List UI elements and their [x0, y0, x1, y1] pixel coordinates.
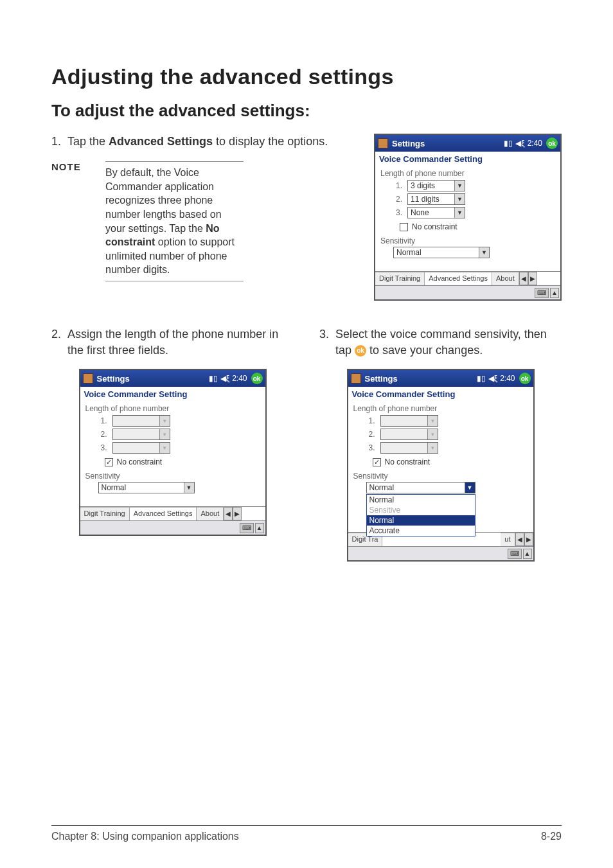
- app-icon: [351, 373, 361, 384]
- sensitivity-option-accurate[interactable]: Accurate: [367, 526, 475, 536]
- sensitivity-option-normal[interactable]: Normal: [367, 495, 475, 505]
- chevron-down-icon: ▾: [159, 416, 170, 426]
- length-select-2: ▾: [380, 429, 438, 440]
- no-constraint-checkbox[interactable]: ✓: [105, 458, 113, 466]
- sensitivity-value: Normal: [369, 483, 395, 492]
- chevron-down-icon: ▾: [427, 429, 438, 439]
- field-index-2: 2.: [393, 195, 402, 204]
- bottom-bar: ⌨ ▲: [375, 285, 560, 299]
- sound-icon: ◀ξ: [220, 375, 229, 382]
- app-icon: [378, 138, 388, 148]
- length-select-3-value: None: [411, 208, 429, 217]
- length-select-1: ▾: [112, 415, 170, 427]
- length-select-1[interactable]: 3 digits▼: [407, 180, 465, 191]
- sensitivity-dropdown-list: Normal Sensitive Normal Accurate: [366, 494, 475, 536]
- length-select-2-value: 11 digits: [411, 195, 440, 204]
- tab-digit-training[interactable]: Digit Training: [375, 272, 425, 285]
- tab-bar: Digit Training Advanced Settings About ◀…: [375, 271, 560, 285]
- keyboard-icon[interactable]: ⌨: [535, 288, 549, 298]
- tab-scroll-right[interactable]: ▶: [524, 533, 533, 546]
- length-label: Length of phone number: [353, 404, 528, 413]
- page-title: Adjusting the advanced settings: [51, 64, 562, 89]
- length-select-2[interactable]: 11 digits▼: [407, 193, 465, 205]
- app-icon: [83, 373, 93, 384]
- bottom-bar: ⌨ ▲: [80, 520, 265, 535]
- sensitivity-option-sensitive[interactable]: Sensitive: [367, 505, 475, 515]
- step-1-text-pre: Tap the: [67, 135, 109, 148]
- ok-icon-inline: ok: [355, 345, 366, 357]
- window-title: Settings: [392, 139, 425, 148]
- length-select-3: ▾: [112, 442, 170, 454]
- signal-icon: ▮▯: [209, 375, 218, 382]
- keyboard-icon[interactable]: ⌨: [240, 523, 254, 533]
- tab-scroll-left[interactable]: ◀: [519, 272, 528, 285]
- clock: 2:40: [232, 374, 247, 383]
- ok-button[interactable]: ok: [251, 373, 263, 384]
- field-index-1: 1.: [393, 181, 402, 190]
- tab-scroll-right[interactable]: ▶: [233, 507, 242, 520]
- chevron-down-icon: ▼: [454, 208, 465, 218]
- titlebar: Settings ▮▯ ◀ξ 2:40 ok: [80, 370, 265, 387]
- note-text-pre: By default, the Voice Commander applicat…: [105, 167, 222, 233]
- page-footer: Chapter 8: Using companion applications …: [51, 825, 562, 842]
- ok-button[interactable]: ok: [546, 137, 558, 149]
- step-1-number: 1.: [51, 134, 61, 150]
- menu-up-icon[interactable]: ▲: [523, 549, 532, 559]
- sensitivity-select[interactable]: Normal▼: [98, 482, 195, 493]
- sensitivity-select[interactable]: Normal▼: [393, 247, 490, 258]
- window-title: Settings: [365, 374, 398, 384]
- length-select-1: ▾: [380, 415, 438, 427]
- tab-advanced-settings[interactable]: Advanced Settings: [130, 507, 197, 520]
- keyboard-icon[interactable]: ⌨: [508, 549, 522, 559]
- no-constraint-checkbox[interactable]: ✓: [373, 458, 381, 466]
- tab-scroll-left[interactable]: ◀: [224, 507, 233, 520]
- menu-up-icon[interactable]: ▲: [550, 288, 559, 298]
- field-index-3: 3.: [366, 443, 375, 452]
- ok-button[interactable]: ok: [519, 373, 531, 384]
- menu-up-icon[interactable]: ▲: [255, 523, 264, 533]
- tab-about[interactable]: About: [197, 507, 224, 520]
- chevron-down-icon: ▾: [427, 416, 438, 426]
- step-1-text-bold: Advanced Settings: [109, 135, 213, 148]
- window-title: Settings: [97, 374, 130, 384]
- length-select-3: ▾: [380, 442, 438, 454]
- sensitivity-label: Sensitivity: [85, 472, 260, 481]
- tab-advanced-settings[interactable]: Advanced Settings: [425, 272, 492, 285]
- panel-header: Voice Commander Setting: [80, 387, 265, 402]
- tab-about[interactable]: About: [492, 272, 519, 285]
- sensitivity-select[interactable]: Normal▼: [366, 482, 475, 493]
- step-3-number: 3.: [319, 326, 329, 359]
- chevron-down-icon: ▾: [159, 429, 170, 439]
- chevron-down-icon: ▼: [454, 194, 465, 204]
- sensitivity-option-normal-selected[interactable]: Normal: [367, 515, 475, 526]
- tab-scroll-left[interactable]: ◀: [515, 533, 524, 546]
- screenshot-sensitivity-dropdown: Settings ▮▯ ◀ξ 2:40 ok Voice Commander S…: [347, 369, 535, 562]
- clock: 2:40: [528, 139, 542, 148]
- titlebar: Settings ▮▯ ◀ξ 2:40 ok: [348, 370, 533, 387]
- field-index-3: 3.: [98, 443, 107, 452]
- length-select-1-value: 3 digits: [411, 181, 435, 190]
- length-label: Length of phone number: [85, 404, 260, 413]
- sound-icon: ◀ξ: [488, 375, 497, 382]
- sound-icon: ◀ξ: [515, 139, 524, 147]
- tab-scroll-right[interactable]: ▶: [528, 272, 537, 285]
- note-block: NOTE By default, the Voice Commander app…: [51, 161, 355, 281]
- chevron-down-icon: ▼: [479, 247, 489, 258]
- signal-icon: ▮▯: [477, 375, 486, 382]
- field-index-2: 2.: [98, 430, 107, 439]
- chevron-down-icon: ▾: [427, 443, 438, 453]
- no-constraint-checkbox[interactable]: [400, 223, 408, 231]
- step-1: 1. Tap the Advanced Settings to display …: [51, 134, 355, 150]
- no-constraint-label: No constraint: [412, 222, 458, 231]
- sensitivity-value: Normal: [396, 248, 422, 257]
- page-subtitle: To adjust the advanced settings:: [51, 101, 562, 121]
- no-constraint-label: No constraint: [385, 457, 431, 466]
- tab-about[interactable]: ut: [501, 533, 515, 546]
- tab-digit-training[interactable]: Digit Training: [80, 507, 130, 520]
- step-3-text-post: to save your changes.: [366, 344, 483, 357]
- step-3: 3. Select the voice command sensivity, t…: [319, 326, 562, 359]
- note-label: NOTE: [51, 161, 90, 281]
- no-constraint-label: No constraint: [117, 457, 163, 466]
- field-index-2: 2.: [366, 430, 375, 439]
- length-select-3[interactable]: None▼: [407, 207, 465, 218]
